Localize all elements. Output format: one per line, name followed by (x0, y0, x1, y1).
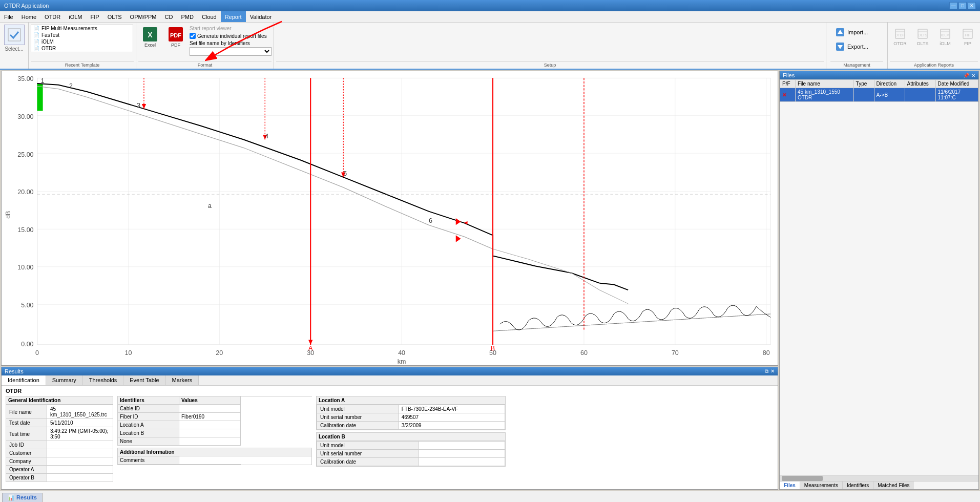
svg-text:1: 1 (40, 77, 44, 85)
svg-text:60: 60 (580, 349, 588, 357)
svg-text:6: 6 (429, 218, 432, 225)
title-bar-controls: — □ ✕ (949, 2, 976, 9)
excel-button[interactable]: X Excel (138, 25, 162, 49)
recent-template-label: Recent Template (31, 61, 134, 68)
files-tab-files[interactable]: Files (780, 482, 800, 489)
menu-pmd[interactable]: PMD (177, 11, 197, 22)
menu-iolm[interactable]: iOLM (65, 11, 86, 22)
close-button[interactable]: ✕ (968, 2, 976, 9)
tab-summary[interactable]: Summary (46, 375, 83, 385)
files-panel: Files 📌 ✕ P/F File name Type Direction A… (779, 71, 979, 490)
template-iolm[interactable]: 📄 iOLM (31, 38, 133, 45)
tab-markers[interactable]: Markers (166, 375, 199, 385)
chart-container: 35.00 30.00 25.00 20.00 15.00 10.00 5.00… (1, 71, 778, 366)
col-type: Type (853, 80, 874, 88)
results-tabs: Identification Summary Thresholds Event … (2, 375, 778, 386)
locations-section: Location A Unit modelFTB-7300E-234B-EA-V… (316, 396, 506, 467)
pdf-button[interactable]: PDF PDF (164, 25, 187, 49)
tab-thresholds[interactable]: Thresholds (83, 375, 123, 385)
svg-text:X: X (148, 31, 153, 39)
template-fip-multi[interactable]: 📄 FIP Multi-Measurements (31, 25, 133, 32)
template-otdr[interactable]: 📄 OTDR (31, 45, 133, 52)
row-filename: File name45 km_1310_1550_1625.trc (6, 405, 113, 419)
svg-text:70: 70 (672, 349, 679, 357)
export-button[interactable]: Export... (830, 40, 883, 53)
file-direction: A->B (874, 88, 905, 102)
general-id-title: General Identification (6, 396, 113, 405)
tab-identification[interactable]: Identification (2, 375, 46, 385)
import-button[interactable]: Import... (830, 26, 883, 39)
app-title: OTDR Application (4, 3, 49, 9)
template-fastest[interactable]: 📄 FasTest (31, 32, 133, 38)
row-operator-a: Operator A (6, 466, 113, 474)
files-table: P/F File name Type Direction Attributes … (780, 79, 978, 102)
menu-report[interactable]: Report (221, 11, 246, 22)
svg-text:5.00: 5.00 (21, 302, 34, 309)
location-b-title: Location B (317, 433, 505, 441)
identifiers-title: Identifiers (118, 396, 179, 405)
row-company: Company (6, 457, 113, 466)
svg-text:FIP: FIP (965, 33, 971, 37)
files-close-btn[interactable]: ✕ (971, 73, 975, 78)
svg-text:0: 0 (35, 349, 39, 357)
file-attributes (905, 88, 935, 102)
app-report-olts[interactable]: OLTS OLTS (912, 26, 933, 47)
svg-rect-0 (8, 29, 20, 41)
results-title: Results (5, 368, 24, 374)
file-date: 11/6/2017 11:07:C (935, 88, 978, 102)
menu-home[interactable]: Home (17, 11, 40, 22)
bottom-tab-results[interactable]: 📊 Results (2, 493, 43, 502)
files-tab-measurements[interactable]: Measurements (800, 482, 843, 489)
col-pf: P/F (780, 80, 796, 88)
files-pin[interactable]: 📌 (963, 73, 969, 78)
files-tab-matched[interactable]: Matched Files (873, 482, 913, 489)
files-scroll-area[interactable] (780, 102, 978, 475)
row-customer: Customer (6, 449, 113, 457)
svg-text:10.00: 10.00 (17, 264, 33, 271)
menu-cloud[interactable]: Cloud (198, 11, 221, 22)
minimize-button[interactable]: — (949, 2, 957, 9)
files-title: Files (783, 72, 795, 78)
select-icon[interactable] (4, 25, 25, 45)
general-id-section: General Identification File name45 km_13… (6, 396, 113, 482)
values-title: Values (179, 396, 241, 405)
app-report-fip[interactable]: FIP FIP (957, 26, 978, 47)
maximize-button[interactable]: □ (958, 2, 967, 9)
files-tab-identifiers[interactable]: Identifiers (843, 482, 873, 489)
identifiers-section: Identifiers Values Cable ID Fiber ID Fib… (117, 396, 312, 465)
otdr-section-title: OTDR (6, 388, 774, 394)
file-pf: ✕ (780, 88, 796, 102)
menu-cd[interactable]: CD (161, 11, 177, 22)
svg-text:A: A (308, 345, 313, 352)
menu-file[interactable]: File (0, 11, 17, 22)
status-bar: 📊 Results (0, 491, 980, 502)
svg-rect-22 (37, 78, 770, 345)
app-report-otdr[interactable]: OTDR OTDR (890, 26, 910, 47)
menu-opmppm[interactable]: OPM/PPM (126, 11, 161, 22)
menu-olts[interactable]: OLTS (103, 11, 126, 22)
additional-info-title: Additional Information (118, 448, 311, 456)
svg-text:km: km (398, 359, 406, 365)
svg-text:OLTS: OLTS (918, 33, 927, 37)
generate-checkbox[interactable] (190, 33, 196, 39)
svg-text:B: B (491, 345, 495, 352)
svg-text:80: 80 (763, 349, 770, 357)
app-report-iolm[interactable]: iOLM iOLM (935, 26, 955, 47)
filename-identifier-select[interactable] (190, 47, 272, 56)
files-hscrollbar[interactable] (780, 475, 978, 481)
file-row-0[interactable]: ✕ 45 km_1310_1550 OTDR A->B 11/6/2017 11… (780, 88, 978, 102)
results-close[interactable]: ✕ (770, 368, 775, 374)
menu-otdr[interactable]: OTDR (40, 11, 65, 22)
svg-text:iOLM: iOLM (941, 33, 950, 37)
results-minimize[interactable]: ⧉ (765, 368, 768, 374)
svg-text:4: 4 (265, 133, 268, 140)
menu-validator[interactable]: Validator (246, 11, 276, 22)
tab-event-table[interactable]: Event Table (123, 375, 165, 385)
generate-label: Generate individual report files (197, 33, 267, 39)
start-report-viewer-btn[interactable]: Start report viewer (190, 26, 272, 31)
menu-fip[interactable]: FIP (87, 11, 103, 22)
svg-text:5: 5 (343, 170, 347, 177)
row-testdate: Test date5/11/2010 (6, 419, 113, 427)
set-filename-label: Set file name by Identifiers (190, 40, 272, 46)
col-direction: Direction (874, 80, 905, 88)
